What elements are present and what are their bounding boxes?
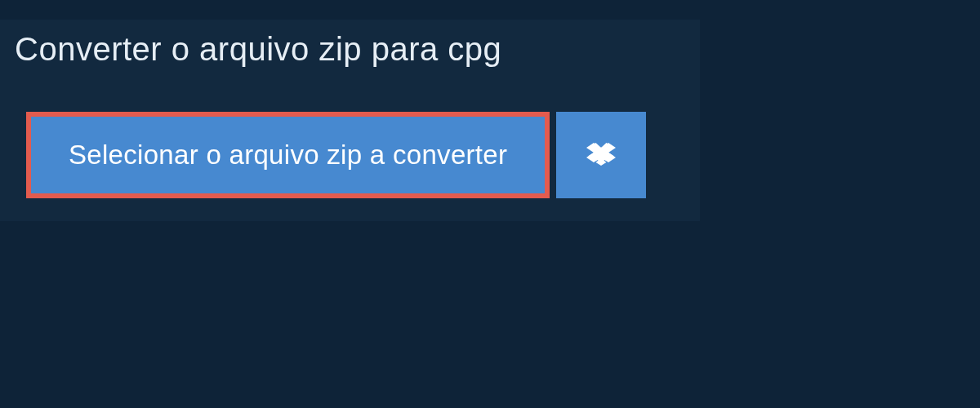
- action-row: Selecionar o arquivo zip a converter: [0, 112, 700, 198]
- page-title: Converter o arquivo zip para cpg: [15, 31, 501, 68]
- select-file-button[interactable]: Selecionar o arquivo zip a converter: [26, 112, 550, 198]
- dropbox-button[interactable]: [556, 112, 646, 198]
- converter-panel: Converter o arquivo zip para cpg Selecio…: [0, 20, 700, 221]
- dropbox-icon: [586, 140, 616, 170]
- title-bar: Converter o arquivo zip para cpg: [0, 20, 519, 79]
